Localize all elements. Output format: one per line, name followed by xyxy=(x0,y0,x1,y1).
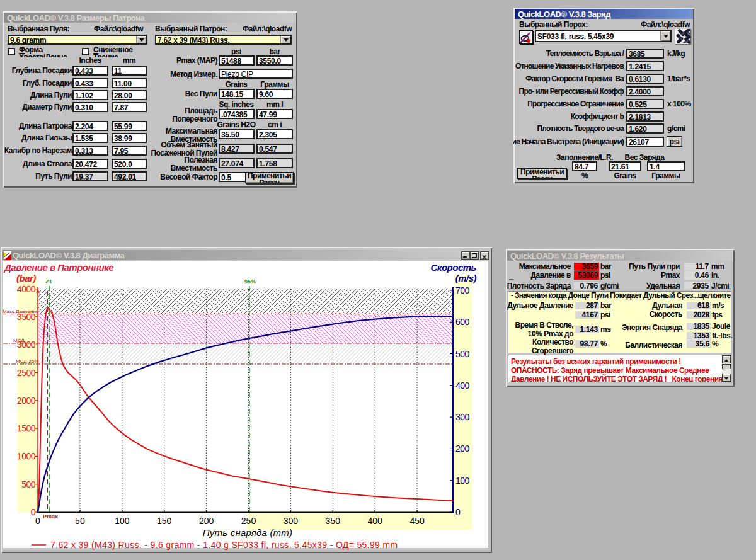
svg-text:350: 350 xyxy=(326,516,341,526)
svg-text:400: 400 xyxy=(368,516,383,526)
svg-text:700: 700 xyxy=(455,285,470,295)
svg-text:Z1: Z1 xyxy=(45,278,52,285)
svg-text:1000: 1000 xyxy=(17,451,36,461)
svg-text:200: 200 xyxy=(199,516,214,526)
svg-text:3000: 3000 xyxy=(17,340,36,350)
svg-text:300: 300 xyxy=(455,412,470,422)
svg-text:100: 100 xyxy=(455,476,470,486)
svg-text:0: 0 xyxy=(35,516,40,526)
svg-text:150: 150 xyxy=(157,516,172,526)
svg-text:Скорость: Скорость xyxy=(430,262,476,273)
svg-text:4000: 4000 xyxy=(17,284,36,294)
svg-text:Давление в Патроннике: Давление в Патроннике xyxy=(3,262,113,273)
svg-text:100: 100 xyxy=(115,516,130,526)
svg-text:50: 50 xyxy=(75,516,85,526)
svg-text:500: 500 xyxy=(21,479,36,489)
svg-text:(m/s): (m/s) xyxy=(455,273,477,283)
svg-text:300: 300 xyxy=(284,516,299,526)
svg-text:3500: 3500 xyxy=(17,312,36,322)
svg-text:МСД-25%: МСД-25% xyxy=(16,358,38,364)
svg-text:7.62 x 39 (M43) Russ. - 9.6 gr: 7.62 x 39 (M43) Russ. - 9.6 gramm - 1.40… xyxy=(50,540,398,550)
svg-text:2500: 2500 xyxy=(17,368,36,378)
svg-text:Путь снаряда (mm): Путь снаряда (mm) xyxy=(203,527,292,538)
svg-text:(bar): (bar) xyxy=(16,273,36,283)
svg-text:1500: 1500 xyxy=(17,423,36,433)
svg-text:600: 600 xyxy=(455,317,470,327)
svg-text:400: 400 xyxy=(455,380,470,391)
svg-text:450: 450 xyxy=(410,516,425,526)
svg-text:500: 500 xyxy=(455,349,470,359)
svg-text:2000: 2000 xyxy=(17,396,36,406)
svg-text:Pmax: Pmax xyxy=(43,513,58,520)
svg-text:200: 200 xyxy=(455,443,470,454)
svg-text:250: 250 xyxy=(241,516,256,526)
svg-text:0: 0 xyxy=(455,507,461,517)
svg-text:95%: 95% xyxy=(244,278,256,285)
